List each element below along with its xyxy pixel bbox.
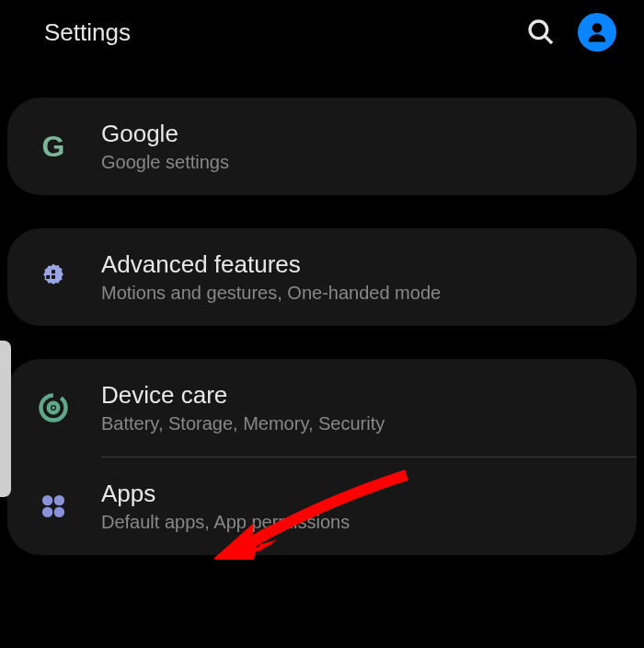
item-title: Device care (101, 381, 611, 410)
svg-rect-4 (46, 275, 50, 279)
settings-item-advanced[interactable]: Advanced features Motions and gestures, … (7, 228, 637, 326)
item-subtitle: Battery, Storage, Memory, Security (101, 413, 611, 434)
apps-icon (33, 486, 74, 526)
svg-point-10 (54, 495, 64, 505)
item-text: Google Google settings (101, 120, 611, 173)
svg-point-2 (592, 23, 603, 32)
settings-item-google[interactable]: G Google Google settings (7, 98, 637, 195)
item-title: Advanced features (101, 250, 611, 279)
settings-item-device-care[interactable]: Device care Battery, Storage, Memory, Se… (7, 359, 637, 457)
profile-icon[interactable] (578, 13, 616, 52)
item-subtitle: Default apps, App permissions (101, 512, 611, 533)
page-title: Settings (44, 18, 131, 47)
svg-point-0 (530, 21, 547, 39)
svg-rect-5 (52, 275, 55, 279)
item-text: Advanced features Motions and gestures, … (101, 250, 611, 304)
advanced-features-icon (33, 257, 74, 297)
item-subtitle: Motions and gestures, One-handed mode (101, 283, 611, 304)
settings-card-google: G Google Google settings (7, 98, 637, 195)
svg-point-12 (54, 507, 64, 517)
google-icon: G (33, 126, 74, 167)
item-text: Device care Battery, Storage, Memory, Se… (101, 381, 611, 434)
svg-point-8 (52, 406, 55, 410)
settings-header: Settings (0, 0, 644, 64)
item-text: Apps Default apps, App permissions (101, 480, 611, 533)
svg-point-9 (42, 495, 52, 505)
svg-rect-3 (52, 270, 55, 273)
settings-card-device-apps: Device care Battery, Storage, Memory, Se… (7, 359, 637, 555)
item-title: Apps (101, 480, 611, 508)
scroll-indicator[interactable] (0, 341, 11, 497)
svg-point-11 (42, 507, 52, 517)
settings-item-apps[interactable]: Apps Default apps, App permissions (7, 457, 637, 555)
search-icon[interactable] (526, 17, 556, 47)
item-title: Google (101, 120, 611, 148)
svg-line-1 (546, 37, 552, 43)
header-actions (526, 13, 616, 52)
item-subtitle: Google settings (101, 152, 611, 173)
settings-list: G Google Google settings Advanced featur… (0, 98, 644, 555)
device-care-icon (33, 388, 74, 428)
settings-card-advanced: Advanced features Motions and gestures, … (7, 228, 637, 326)
